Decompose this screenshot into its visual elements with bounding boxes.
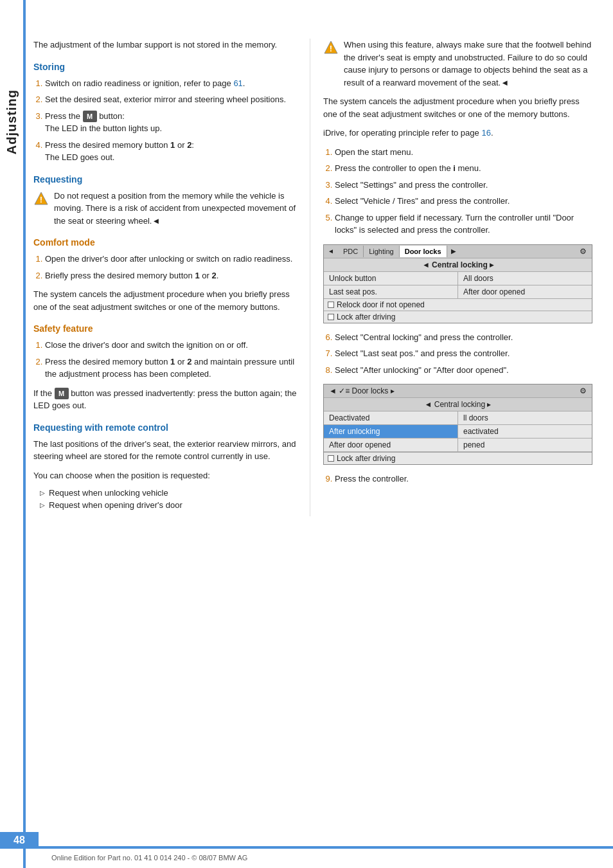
screen2-eactivated: eactivated xyxy=(458,425,592,438)
right-step-3: Select "Settings" and press the controll… xyxy=(335,179,592,192)
screen1-cell-unlock-label: Unlock button xyxy=(324,272,458,285)
requesting-heading: Requesting xyxy=(33,174,297,185)
right-para1: The system cancels the adjustment proced… xyxy=(323,95,592,120)
idrive-screen-2: ◄ ✓≡ Door locks ▸ ⚙ ◄ Central locking ▸ … xyxy=(323,384,592,465)
right-step-4: Select "Vehicle / Tires" and press the c… xyxy=(335,195,592,208)
left-column: The adjustment of the lumbar support is … xyxy=(27,39,310,516)
m-button-1: M xyxy=(83,111,97,123)
screen2-data-row2: After unlocking eactivated xyxy=(324,425,592,439)
screen1-checkbox1-label: Relock door if not opened xyxy=(337,300,425,309)
right-steps-2: Select "Central locking" and press the c… xyxy=(323,331,592,377)
comfort-step-2: Briefly press the desired memory button … xyxy=(45,269,297,282)
safety-step-1: Close the driver's door and switch the i… xyxy=(45,339,297,352)
intro-text: The adjustment of the lumbar support is … xyxy=(33,39,297,51)
screen1-checkbox1 xyxy=(328,302,334,308)
screen1-row1: Unlock button All doors xyxy=(324,271,592,285)
page-footer: 48 xyxy=(0,832,613,849)
tab-lighting: Lighting xyxy=(364,246,400,257)
screen2-checkbox xyxy=(328,455,334,462)
comfort-note: The system cancels the adjustment proced… xyxy=(33,288,297,313)
screen1-cell-after-door: After door opened xyxy=(458,285,592,298)
comfort-mode-heading: Comfort mode xyxy=(33,237,297,248)
screen1-checkbox1-row: Relock door if not opened xyxy=(324,298,592,311)
right-step-2: Press the controller to open the i menu. xyxy=(335,162,592,175)
warning-icon-2: ! xyxy=(323,40,339,55)
left-bar xyxy=(23,0,26,868)
screen1-checkbox2-row: Lock after driving xyxy=(324,311,592,323)
idrive-screen-1: ◄ PDC Lighting Door locks ▶ ⚙ ◄ Central … xyxy=(323,244,592,323)
remote-bullet-2: Request when opening driver's door xyxy=(40,500,297,510)
safety-step-2: Press the desired memory button 1 or 2 a… xyxy=(45,356,297,381)
page-number: 48 xyxy=(0,832,39,849)
requesting-warning-text: Do not request a position from the memor… xyxy=(54,190,297,228)
right-steps-3: Press the controller. xyxy=(323,473,592,485)
storing-step-3: Press the M button:The LED in the button… xyxy=(45,110,297,135)
footer-bar xyxy=(39,846,613,849)
right-step-1: Open the start menu. xyxy=(335,146,592,159)
screen2-settings-icon: ⚙ xyxy=(580,386,587,395)
remote-para2: You can choose when the position is requ… xyxy=(33,469,297,482)
right-step-9: Press the controller. xyxy=(335,473,592,485)
right-step-7: Select "Last seat pos." and press the co… xyxy=(335,347,592,360)
screen2-data-row1: Deactivated ll doors xyxy=(324,411,592,425)
right-steps-1: Open the start menu. Press the controlle… xyxy=(323,146,592,237)
right-step-8: Select "After unlocking" or "After door … xyxy=(335,364,592,377)
screen2-checkbox-row: Lock after driving xyxy=(324,452,592,464)
screen2-after-door-opened: After door opened xyxy=(324,439,458,451)
right-warning: ! When using this feature, always make s… xyxy=(323,39,592,89)
screen2-checkbox-label: Lock after driving xyxy=(337,454,395,463)
right-warning-text: When using this feature, always make sur… xyxy=(344,39,592,89)
screen2-top-row: ◄ ✓≡ Door locks ▸ ⚙ xyxy=(324,384,592,398)
safety-feature-heading: Safety feature xyxy=(33,323,297,334)
storing-heading: Storing xyxy=(33,62,297,72)
requesting-warning: ! Do not request a position from the mem… xyxy=(33,190,297,228)
comfort-mode-list: Open the driver's door after unlocking o… xyxy=(33,253,297,282)
screen1-checkbox2 xyxy=(328,314,334,320)
remote-bullet-1: Request when unlocking vehicle xyxy=(40,488,297,498)
screen2-mid-row: ◄ Central locking ▸ xyxy=(324,398,592,411)
sidebar-label: Adjusting xyxy=(0,64,23,180)
screen1-row2: Last seat pos. After door opened xyxy=(324,285,592,298)
storing-list: Switch on radio readiness or ignition, r… xyxy=(33,77,297,164)
svg-text:!: ! xyxy=(40,195,42,204)
remote-para1: The last positions of the driver's seat,… xyxy=(33,438,297,463)
right-column: ! When using this feature, always make s… xyxy=(310,39,592,516)
screen1-header: ◄ Central locking ▸ xyxy=(324,258,592,271)
screen2-deactivated: Deactivated xyxy=(324,411,458,424)
tab-pdc: PDC xyxy=(338,246,364,257)
screen2-all-doors: ll doors xyxy=(458,411,592,424)
tab-left-arrow: ◄ xyxy=(324,246,338,257)
tab-doorlocks: Door locks xyxy=(400,246,447,257)
safety-list: Close the driver's door and switch the i… xyxy=(33,339,297,381)
screen1-cell-lastseat-label: Last seat pos. xyxy=(324,285,458,298)
storing-step-4: Press the desired memory button 1 or 2:T… xyxy=(45,139,297,164)
screen2-data-row3: After door opened pened xyxy=(324,439,592,452)
screen2-pened: pened xyxy=(458,439,592,451)
idrive-tabs: ◄ PDC Lighting Door locks ▶ ⚙ xyxy=(324,245,592,258)
right-para2: iDrive, for operating principle refer to… xyxy=(323,127,592,140)
remote-bullets: Request when unlocking vehicle Request w… xyxy=(33,488,297,510)
tab-right-arrow: ▶ xyxy=(447,246,460,257)
screen1-checkbox2-label: Lock after driving xyxy=(337,312,395,321)
screen1-cell-all-doors: All doors xyxy=(458,272,592,285)
right-step-6: Select "Central locking" and press the c… xyxy=(335,331,592,344)
remote-heading: Requesting with remote control xyxy=(33,422,297,433)
warning-icon-1: ! xyxy=(33,191,49,206)
right-step-5: Change to upper field if necessary. Turn… xyxy=(335,212,592,237)
m-button-2: M xyxy=(55,388,69,400)
storing-step-2: Set the desired seat, exterior mirror an… xyxy=(45,93,297,106)
screen2-after-unlocking: After unlocking xyxy=(324,425,458,438)
footer-text: Online Edition for Part no. 01 41 0 014 … xyxy=(51,854,247,862)
svg-text:!: ! xyxy=(330,44,332,53)
tab-settings-icon: ⚙ xyxy=(574,245,592,258)
comfort-step-1: Open the driver's door after unlocking o… xyxy=(45,253,297,266)
storing-step-1: Switch on radio readiness or ignition, r… xyxy=(45,77,297,90)
safety-note: If the M button was pressed inadvertentl… xyxy=(33,387,297,412)
